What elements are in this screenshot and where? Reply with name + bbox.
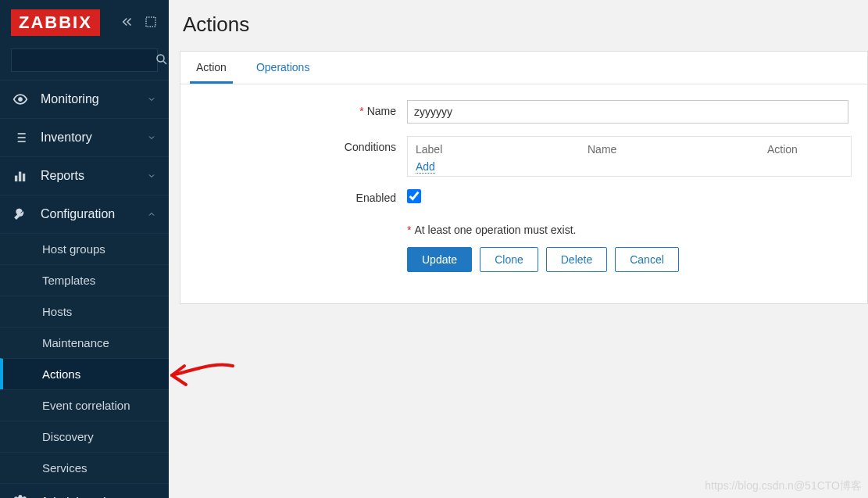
tabs: Action Operations (180, 52, 867, 84)
chevron-down-icon (147, 171, 156, 181)
delete-button[interactable]: Delete (546, 247, 607, 272)
chevron-down-icon (147, 133, 156, 142)
nav-label: Monitoring (41, 92, 134, 106)
sidebar-header: ZABBIX (0, 0, 169, 44)
list-icon (13, 130, 28, 145)
col-action: Action (767, 143, 843, 156)
svg-point-3 (19, 98, 23, 102)
update-button[interactable]: Update (407, 247, 472, 272)
main-content: Actions Action Operations * Name Conditi… (169, 0, 868, 498)
name-input[interactable] (407, 100, 848, 124)
label-enabled: Enabled (196, 192, 407, 204)
nav-label: Configuration (41, 207, 134, 221)
nav-label: Inventory (41, 131, 134, 145)
tab-operations[interactable]: Operations (250, 52, 316, 84)
col-name: Name (588, 143, 767, 156)
sidebar-item-templates[interactable]: Templates (0, 264, 169, 296)
svg-rect-12 (23, 174, 25, 181)
sidebar-item-host-groups[interactable]: Host groups (0, 233, 169, 264)
search-icon[interactable] (155, 52, 169, 69)
sidebar-item-actions[interactable]: Actions (0, 358, 169, 389)
bar-chart-icon (13, 168, 28, 184)
brand-logo[interactable]: ZABBIX (11, 9, 100, 36)
row-conditions: Conditions Label Name Action Add (196, 136, 852, 177)
configuration-submenu: Host groups Templates Hosts Maintenance … (0, 233, 169, 483)
conditions-table: Label Name Action Add (407, 136, 852, 177)
chevron-up-icon (147, 210, 156, 219)
eye-icon (13, 91, 28, 107)
search-wrap (0, 44, 169, 80)
label-conditions: Conditions (196, 136, 407, 153)
cancel-button[interactable]: Cancel (615, 247, 679, 272)
enabled-checkbox[interactable] (407, 189, 421, 203)
form-hint: *At least one operation must exist. (407, 224, 852, 236)
action-panel: Action Operations * Name Conditions Lab (180, 51, 868, 304)
sidebar: ZABBIX Monitoring Inventory Reports (0, 0, 169, 498)
nav-reports[interactable]: Reports (0, 156, 169, 195)
nav-inventory[interactable]: Inventory (0, 118, 169, 156)
svg-rect-11 (19, 172, 21, 181)
row-enabled: Enabled (196, 189, 852, 206)
svg-rect-0 (146, 17, 155, 27)
sidebar-item-hosts[interactable]: Hosts (0, 296, 169, 327)
clone-button[interactable]: Clone (480, 247, 538, 272)
nav-label: Reports (41, 169, 134, 183)
svg-line-2 (163, 61, 166, 64)
add-condition-link[interactable]: Add (416, 160, 435, 174)
svg-point-1 (157, 55, 164, 62)
action-form: * Name Conditions Label Name Action (180, 84, 867, 303)
search-box[interactable] (11, 48, 158, 72)
sidebar-item-event-correlation[interactable]: Event correlation (0, 389, 169, 421)
chevron-down-icon (147, 95, 156, 104)
row-name: * Name (196, 100, 852, 124)
dashboard-icon[interactable] (144, 15, 158, 31)
gear-icon (13, 495, 28, 498)
nav-monitoring[interactable]: Monitoring (0, 80, 169, 118)
search-input[interactable] (18, 54, 155, 66)
label-name: * Name (196, 100, 407, 117)
conditions-header: Label Name Action (416, 143, 843, 156)
svg-rect-10 (15, 176, 17, 181)
sidebar-item-maintenance[interactable]: Maintenance (0, 327, 169, 358)
tab-action[interactable]: Action (190, 52, 233, 84)
nav-configuration[interactable]: Configuration (0, 195, 169, 233)
row-hint: *At least one operation must exist. Upda… (196, 219, 852, 272)
nav-administration[interactable]: Administration (0, 483, 169, 498)
wrench-icon (13, 206, 28, 222)
collapse-icon[interactable] (120, 15, 134, 31)
col-label: Label (416, 143, 588, 156)
button-row: Update Clone Delete Cancel (407, 247, 852, 272)
sidebar-item-discovery[interactable]: Discovery (0, 421, 169, 452)
page-title: Actions (169, 0, 868, 51)
sidebar-item-services[interactable]: Services (0, 452, 169, 483)
